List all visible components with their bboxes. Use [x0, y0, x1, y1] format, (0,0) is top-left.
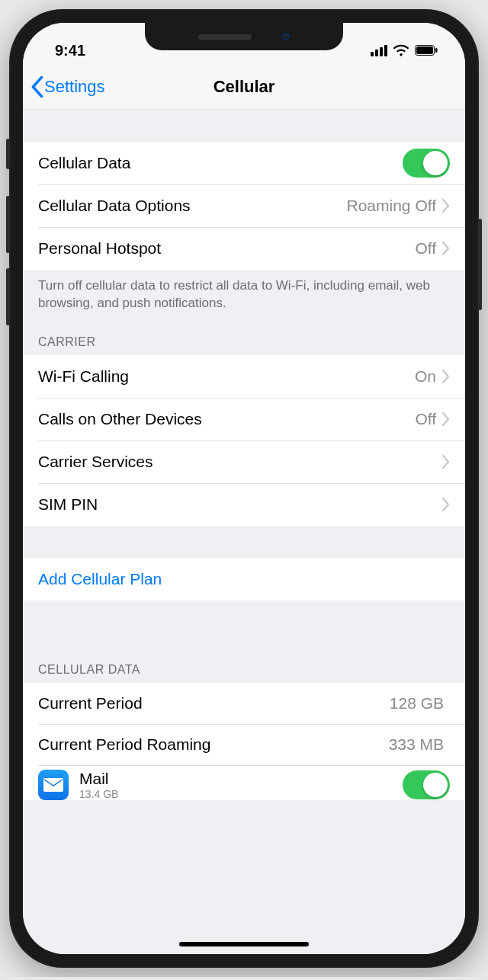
carrier-services-label: Carrier Services	[38, 453, 442, 471]
group-cellular: Cellular Data Cellular Data Options Roam…	[23, 142, 465, 270]
hotspot-value: Off	[415, 239, 436, 258]
data-options-label: Cellular Data Options	[38, 197, 347, 215]
spacer	[23, 110, 465, 142]
power-button	[478, 219, 482, 310]
row-cellular-data-options[interactable]: Cellular Data Options Roaming Off	[23, 184, 465, 227]
envelope-icon	[43, 778, 63, 792]
cellular-data-label: Cellular Data	[38, 154, 403, 172]
notch	[145, 23, 343, 50]
row-carrier-services[interactable]: Carrier Services	[23, 440, 465, 483]
speaker-grill	[198, 34, 252, 40]
screen: 9:41 Settings Cellular	[23, 23, 465, 954]
spacer	[23, 526, 465, 558]
battery-icon	[415, 45, 438, 56]
mail-app-icon	[38, 770, 69, 800]
status-icons	[371, 44, 442, 56]
section-header-usage: CELLULAR DATA	[23, 646, 465, 683]
row-cellular-data[interactable]: Cellular Data	[23, 142, 465, 184]
volume-down-button	[6, 268, 10, 325]
current-period-value: 128 GB	[390, 694, 444, 713]
other-devices-value: Off	[415, 410, 436, 428]
wifi-calling-label: Wi-Fi Calling	[38, 367, 415, 386]
wifi-icon	[393, 44, 409, 56]
row-personal-hotspot[interactable]: Personal Hotspot Off	[23, 227, 465, 270]
chevron-right-icon	[442, 242, 450, 255]
other-devices-label: Calls on Other Devices	[38, 410, 415, 428]
back-label: Settings	[44, 77, 105, 97]
svg-rect-2	[435, 48, 438, 53]
row-sim-pin[interactable]: SIM PIN	[23, 483, 465, 526]
row-current-period: Current Period 128 GB	[23, 683, 465, 724]
mail-label: Mail	[79, 770, 403, 788]
front-camera	[282, 33, 290, 40]
status-time: 9:41	[55, 42, 85, 59]
group-usage: Current Period 128 GB Current Period Roa…	[23, 683, 465, 800]
back-button[interactable]: Settings	[30, 76, 105, 98]
page-title: Cellular	[214, 77, 275, 97]
chevron-right-icon	[442, 370, 450, 383]
mail-usage: 13.4 GB	[79, 788, 403, 800]
group-add-plan: Add Cellular Plan	[23, 558, 465, 600]
chevron-right-icon	[442, 455, 450, 469]
row-app-mail[interactable]: Mail 13.4 GB	[23, 765, 465, 800]
roaming-label: Current Period Roaming	[38, 735, 389, 754]
sim-pin-label: SIM PIN	[38, 495, 442, 514]
mute-switch	[6, 139, 10, 169]
data-options-value: Roaming Off	[347, 197, 437, 215]
row-wifi-calling[interactable]: Wi-Fi Calling On	[23, 355, 465, 398]
chevron-right-icon	[442, 412, 450, 426]
chevron-right-icon	[442, 498, 450, 511]
chevron-left-icon	[30, 76, 44, 98]
roaming-value: 333 MB	[389, 735, 444, 754]
group-carrier: Wi-Fi Calling On Calls on Other Devices …	[23, 355, 465, 526]
chevron-right-icon	[442, 199, 450, 213]
cellular-footer-text: Turn off cellular data to restrict all d…	[23, 270, 465, 319]
section-header-carrier: CARRIER	[23, 319, 465, 355]
svg-rect-1	[416, 46, 433, 54]
volume-up-button	[6, 196, 10, 253]
svg-rect-3	[43, 778, 63, 792]
current-period-label: Current Period	[38, 694, 390, 713]
settings-content[interactable]: Cellular Data Cellular Data Options Roam…	[23, 110, 465, 954]
row-add-cellular-plan[interactable]: Add Cellular Plan	[23, 558, 465, 600]
row-calls-other-devices[interactable]: Calls on Other Devices Off	[23, 398, 465, 440]
add-plan-label: Add Cellular Plan	[38, 570, 450, 588]
spacer	[23, 600, 465, 646]
home-indicator[interactable]	[179, 942, 309, 946]
wifi-calling-value: On	[415, 367, 436, 386]
app-text: Mail 13.4 GB	[79, 770, 403, 800]
row-current-period-roaming: Current Period Roaming 333 MB	[23, 724, 465, 765]
phone-frame: 9:41 Settings Cellular	[9, 9, 479, 968]
cellular-signal-icon	[371, 45, 387, 56]
mail-toggle[interactable]	[403, 770, 450, 799]
hotspot-label: Personal Hotspot	[38, 239, 415, 258]
nav-bar: Settings Cellular	[23, 64, 465, 110]
cellular-data-toggle[interactable]	[403, 149, 450, 178]
